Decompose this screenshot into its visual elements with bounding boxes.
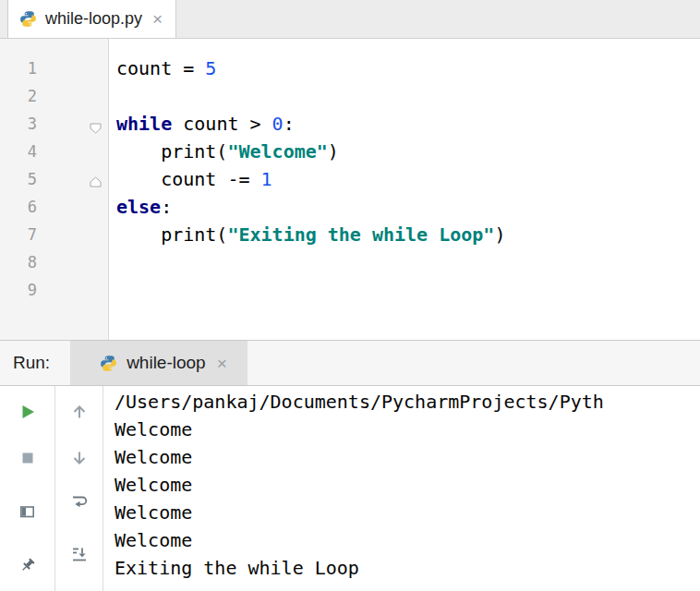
run-console-panel: /Users/pankaj/Documents/PycharmProjects/…: [0, 386, 700, 591]
stop-icon: [19, 450, 36, 470]
editor-tab-while-loop-py[interactable]: while-loop.py ×: [7, 0, 176, 38]
code-token-plain: count -=: [116, 168, 261, 190]
editor-tab-label: while-loop.py: [45, 9, 142, 29]
line-number: 9: [0, 276, 37, 304]
soft-wrap-button[interactable]: [70, 494, 89, 513]
code-token-plain: count =: [116, 57, 205, 79]
line-number: 6: [0, 193, 37, 221]
run-console-output[interactable]: /Users/pankaj/Documents/PycharmProjects/…: [103, 386, 700, 591]
code-line[interactable]: count = 5: [116, 54, 700, 82]
down-stack-trace-button[interactable]: [70, 451, 89, 469]
scroll-to-end-button[interactable]: [70, 547, 89, 565]
close-run-tab-icon[interactable]: ×: [215, 355, 227, 372]
restore-layout-button[interactable]: [18, 504, 37, 523]
line-number: 2: [0, 82, 37, 110]
code-token-plain: ): [328, 140, 339, 163]
console-line: Welcome: [115, 443, 700, 471]
close-tab-icon[interactable]: ×: [151, 10, 163, 28]
line-number: 3: [0, 110, 37, 138]
code-token-plain: print(: [116, 140, 227, 163]
line-number: 1: [0, 54, 37, 82]
pin-icon: [18, 556, 37, 578]
up-stack-trace-button[interactable]: [70, 404, 89, 423]
run-toolbar-column-left: [0, 386, 55, 591]
rerun-button[interactable]: [18, 404, 37, 423]
run-toolbar-column-right: [55, 386, 103, 591]
run-tab-while-loop[interactable]: while-loop ×: [70, 341, 247, 385]
console-line: Exiting the while Loop: [115, 554, 700, 582]
code-line[interactable]: [116, 248, 700, 276]
line-number: 8: [0, 248, 37, 276]
code-token-plain: ): [494, 223, 505, 246]
code-token-string: "Exiting the while Loop": [227, 223, 494, 246]
editor-tab-bar: while-loop.py ×: [0, 0, 700, 39]
fold-marker-icon[interactable]: [90, 120, 102, 131]
code-token-plain: :: [284, 113, 295, 135]
code-token-keyword: while: [116, 113, 172, 135]
run-tool-window-header: Run: while-loop ×: [0, 340, 700, 386]
code-line[interactable]: while count > 0:: [116, 110, 700, 138]
pin-tab-button[interactable]: [18, 558, 37, 576]
code-token-number: 1: [261, 168, 272, 190]
pycharm-window: while-loop.py × 123456789 count = 5while…: [0, 0, 700, 591]
code-editor[interactable]: 123456789 count = 5while count > 0: prin…: [0, 39, 700, 340]
code-token-plain: :: [161, 196, 172, 218]
restore-layout-icon: [18, 502, 37, 525]
editor-gutter[interactable]: 123456789: [0, 39, 109, 340]
code-line[interactable]: else:: [116, 193, 700, 221]
line-number: 7: [0, 221, 37, 248]
stop-button[interactable]: [18, 451, 37, 469]
play-icon: [19, 404, 36, 424]
python-run-config-icon: [100, 355, 117, 372]
code-line[interactable]: [116, 276, 700, 304]
code-token-number: 0: [272, 113, 284, 135]
up-arrow-icon: [70, 403, 89, 425]
code-token-number: 5: [205, 57, 216, 79]
console-line: Welcome: [115, 499, 700, 526]
line-number: 5: [0, 165, 37, 193]
code-line[interactable]: print("Welcome"): [116, 138, 700, 165]
code-token-keyword: else: [116, 196, 161, 218]
code-token-plain: print(: [116, 223, 227, 246]
down-arrow-icon: [70, 449, 89, 471]
console-line: Welcome: [115, 526, 700, 554]
code-token-plain: count >: [172, 113, 272, 135]
code-line[interactable]: print("Exiting the while Loop"): [116, 221, 700, 248]
soft-wrap-icon: [70, 492, 89, 514]
code-token-string: "Welcome": [227, 140, 327, 163]
console-line: Welcome: [115, 471, 700, 499]
scroll-to-end-icon: [70, 545, 89, 567]
run-toolbar: [0, 386, 103, 591]
code-line[interactable]: count -= 1: [116, 165, 700, 193]
console-line: /Users/pankaj/Documents/PycharmProjects/…: [115, 388, 700, 416]
console-line: Welcome: [115, 416, 700, 443]
run-tab-label: while-loop: [127, 353, 206, 373]
run-tool-window-title: Run:: [0, 353, 50, 373]
code-area[interactable]: count = 5while count > 0: print("Welcome…: [109, 39, 700, 340]
fold-marker-icon[interactable]: [90, 174, 102, 185]
line-number: 4: [0, 138, 37, 165]
code-line[interactable]: [116, 82, 700, 110]
python-file-icon: [19, 10, 37, 28]
